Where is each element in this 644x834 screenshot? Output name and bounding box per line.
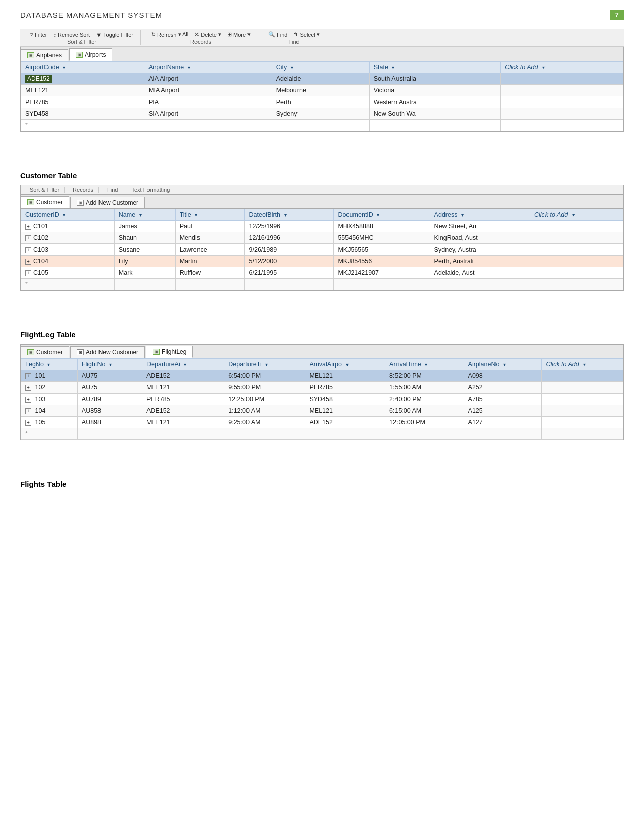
airport-code-0: ADE152: [21, 73, 144, 85]
more-button[interactable]: ⊞ More ▾: [225, 30, 253, 39]
col-dep-air[interactable]: DepartureAi ▾: [142, 359, 224, 370]
col-airportcode[interactable]: AirportCode ▾: [21, 62, 144, 73]
airport-add-3: [501, 108, 623, 120]
tab-customer[interactable]: ⊞ Customer: [21, 196, 69, 208]
col-name[interactable]: Name ▾: [114, 209, 175, 221]
col-flightno[interactable]: FlightNo ▾: [77, 359, 142, 370]
fl-add-0: [541, 370, 623, 382]
col-dob[interactable]: DateofBirth ▾: [244, 209, 334, 221]
col-city[interactable]: City ▾: [272, 62, 369, 73]
airport-city-2: Perth: [272, 96, 369, 108]
col-title[interactable]: Title ▾: [175, 209, 244, 221]
tab-fl-customer[interactable]: ⊞ Customer: [21, 346, 69, 358]
cust-id-2: +C103: [21, 244, 115, 256]
col-customerid[interactable]: CustomerID ▾: [21, 209, 115, 221]
fl-legno-0: + 101: [21, 370, 78, 382]
page-number: 7: [610, 10, 624, 20]
customer-new-row[interactable]: *: [21, 279, 623, 290]
cust-dob-0: 12/25/1996: [244, 221, 334, 232]
fl-expand-0[interactable]: +: [25, 373, 31, 379]
customer-row-3[interactable]: +C104 Lily Martin 5/12/2000 MKJ854556 Pe…: [21, 256, 623, 267]
find-group: 🔍 Find ↰ Select ▾ Find: [261, 30, 327, 45]
cust-dob-1: 12/16/1996: [244, 232, 334, 244]
cust-find-label: Find: [107, 187, 118, 193]
col-docid[interactable]: DocumentID ▾: [334, 209, 430, 221]
delete-dropdown-icon: ▾: [218, 31, 221, 38]
flightleg-row-3[interactable]: + 104 AU858 ADE152 1:12:00 AM MEL121 6:1…: [21, 405, 623, 417]
customer-tab-icon: ⊞: [27, 199, 34, 205]
col-fl-add-filter-icon: ▾: [583, 362, 585, 367]
flightleg-row-2[interactable]: + 103 AU789 PER785 12:25:00 PM SYD458 2:…: [21, 394, 623, 405]
airport-row-1[interactable]: MEL121 MIA Airport Melbourne Victoria: [21, 85, 623, 96]
flightleg-new-row[interactable]: *: [21, 428, 623, 440]
expand-icon-3[interactable]: +: [25, 259, 31, 265]
filter-button[interactable]: ▿ Filter: [28, 30, 49, 39]
toggle-filter-button[interactable]: ▼ Toggle Filter: [94, 31, 135, 39]
airport-add-1: [501, 85, 623, 96]
expand-icon-0[interactable]: +: [25, 224, 31, 230]
customer-row-4[interactable]: +C105 Mark Rufflow 6/21/1995 MKJ21421907…: [21, 267, 623, 279]
tab-flightleg[interactable]: ⊞ FlightLeg: [146, 346, 193, 358]
col-airplane[interactable]: AirplaneNo ▾: [464, 359, 541, 370]
airport-row-3[interactable]: SYD458 SIA Airport Sydeny New South Wa: [21, 108, 623, 120]
airport-city-1: Melbourne: [272, 85, 369, 96]
col-state-filter-icon: ▾: [392, 65, 394, 70]
fl-dep-air-1: MEL121: [142, 382, 224, 394]
col-arr-air[interactable]: ArrivalAirpo ▾: [305, 359, 385, 370]
remove-sort-button[interactable]: ↕ Remove Sort: [51, 31, 92, 39]
fl-expand-2[interactable]: +: [25, 397, 31, 403]
col-state[interactable]: State ▾: [369, 62, 500, 73]
cust-name-2: Susane: [114, 244, 175, 256]
fl-expand-3[interactable]: +: [25, 408, 31, 414]
col-dep-time[interactable]: DepartureTi ▾: [224, 359, 305, 370]
airport-new-row[interactable]: *: [21, 120, 623, 131]
customer-tabs: ⊞ Customer ⊞ Add New Customer: [21, 195, 623, 209]
flightleg-row-4[interactable]: + 105 AU898 MEL121 9:25:00 AM ADE152 12:…: [21, 417, 623, 428]
col-address[interactable]: Address ▾: [430, 209, 530, 221]
select-button[interactable]: ↰ Select ▾: [291, 30, 322, 39]
expand-icon-4[interactable]: +: [25, 270, 31, 276]
tab-airports[interactable]: ⊞ Airports: [69, 48, 112, 61]
cust-name-4: Mark: [114, 267, 175, 279]
fl-expand-4[interactable]: +: [25, 420, 31, 426]
expand-icon-2[interactable]: +: [25, 247, 31, 253]
refresh-all-button[interactable]: ↻ Refresh ▾ All: [149, 30, 190, 39]
flightleg-heading: FlightLeg Table: [20, 330, 624, 339]
col-add[interactable]: Click to Add ▾: [501, 62, 623, 73]
customer-toolbar: Sort & Filter Records Find Text Formatti…: [20, 185, 624, 194]
add-customer-tab-icon: ⊞: [77, 200, 84, 206]
col-arr-time[interactable]: ArrivalTime ▾: [385, 359, 464, 370]
airport-row-0[interactable]: ADE152 AIA Airport Adelaide South Austra…: [21, 73, 623, 85]
col-cust-add[interactable]: Click to Add ▾: [530, 209, 623, 221]
more-icon: ⊞: [227, 31, 232, 38]
fl-arr-time-1: 1:55:00 AM: [385, 382, 464, 394]
fl-add-3: [541, 405, 623, 417]
fl-legno-4: + 105: [21, 417, 78, 428]
expand-icon-1[interactable]: +: [25, 235, 31, 241]
cust-title-4: Rufflow: [175, 267, 244, 279]
cust-dob-2: 9/26/1989: [244, 244, 334, 256]
customer-row-2[interactable]: +C103 Susane Lawrence 9/26/1989 MKJ56565…: [21, 244, 623, 256]
cust-add-0: [530, 221, 623, 232]
cust-id-3: +C104: [21, 256, 115, 267]
airport-state-2: Western Austra: [369, 96, 500, 108]
customer-row-0[interactable]: +C101 James Paul 12/25/1996 MHX458888 Ne…: [21, 221, 623, 232]
delete-button[interactable]: ✕ Delete ▾: [192, 30, 223, 39]
airport-row-2[interactable]: PER785 PIA Perth Western Austra: [21, 96, 623, 108]
flightleg-row-0[interactable]: + 101 AU75 ADE152 6:54:00 PM MEL121 8:52…: [21, 370, 623, 382]
tab-fl-add-customer[interactable]: ⊞ Add New Customer: [70, 346, 145, 358]
fl-airplane-3: A125: [464, 405, 541, 417]
fl-dep-time-3: 1:12:00 AM: [224, 405, 305, 417]
customer-row-1[interactable]: +C102 Shaun Mendis 12/16/1996 555456MHC …: [21, 232, 623, 244]
col-legno[interactable]: LegNo ▾: [21, 359, 78, 370]
fl-expand-1[interactable]: +: [25, 385, 31, 391]
tab-airplanes[interactable]: ⊞ Airplanes: [21, 49, 68, 61]
tab-add-new-customer[interactable]: ⊞ Add New Customer: [70, 197, 145, 208]
cust-title-2: Lawrence: [175, 244, 244, 256]
flightleg-row-1[interactable]: + 102 AU75 MEL121 9:55:00 PM PER785 1:55…: [21, 382, 623, 394]
col-airportname[interactable]: AirportName ▾: [144, 62, 272, 73]
tab-flightleg-label: FlightLeg: [162, 348, 186, 355]
col-address-filter-icon: ▾: [461, 212, 464, 218]
col-fl-add[interactable]: Click to Add ▾: [541, 359, 623, 370]
find-button[interactable]: 🔍 Find: [266, 30, 289, 39]
